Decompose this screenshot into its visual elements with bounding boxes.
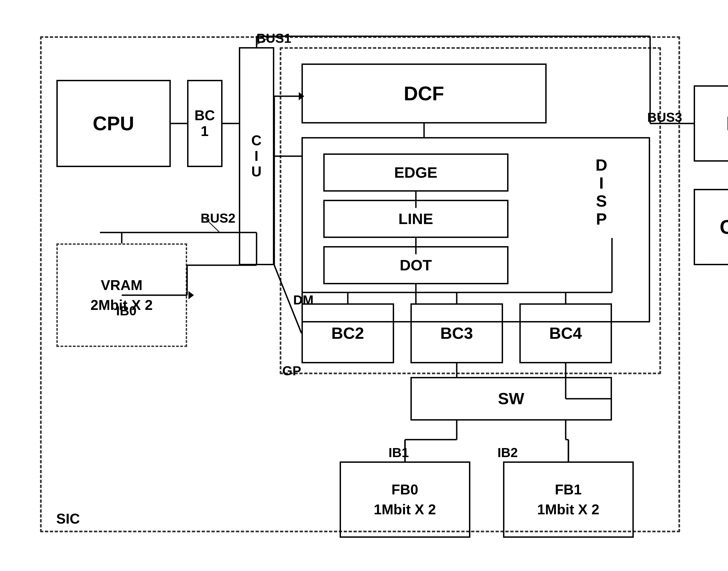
fb0-label: FB01Mbit X 2 [374,480,436,520]
vram-box: VRAM2Mbit X 2 [56,243,187,347]
bus3-label: BUS3 [647,110,682,125]
fb0-box: FB01Mbit X 2 [340,461,470,538]
dcf-box: DCF [301,64,547,123]
bc2-label: BC2 [331,324,364,343]
bc4-label: BC4 [549,324,582,343]
fb1-box: FB11Mbit X 2 [503,461,634,538]
dcf-label: DCF [404,82,444,105]
dm-label: DM [293,293,314,308]
bus2-label: BUS2 [201,211,236,226]
cpu-label: CPU [93,112,134,135]
bc1-label: BC1 [194,108,215,139]
cpu-box: CPU [56,80,171,167]
edge-box: EDGE [323,153,508,192]
sw-box: SW [410,377,612,421]
dp-label: DP [726,112,728,135]
ib2-label: IB2 [497,445,518,460]
bc2-box: BC2 [301,303,394,363]
sic-label: SIC [56,510,80,527]
dot-box: DOT [323,246,508,284]
crt-box: CRT [694,189,728,265]
bc3-box: BC3 [410,303,503,363]
edge-label: EDGE [394,163,437,181]
gp-label: GP [282,363,301,378]
dp-box: DP [694,85,728,161]
sw-label: SW [498,389,524,408]
dot-label: DOT [400,256,432,274]
fb1-label: FB11Mbit X 2 [537,480,599,520]
bc3-label: BC3 [440,324,473,343]
line-box: LINE [323,200,508,238]
ciu-box: CIU [239,47,274,265]
ib1-label: IB1 [389,445,409,460]
ib0-label: IB0 [116,303,137,318]
line-label: LINE [399,210,433,228]
crt-label: CRT [720,216,728,238]
bc1-box: BC1 [187,80,223,167]
bc4-box: BC4 [520,303,612,363]
diagram-container: SIC GP CPU BC1 CIU DCF DISP EDGE LINE DO… [24,20,705,551]
bus1-label: BUS1 [257,31,291,46]
ciu-label: CIU [251,133,262,180]
disp-label: DISP [596,156,607,228]
